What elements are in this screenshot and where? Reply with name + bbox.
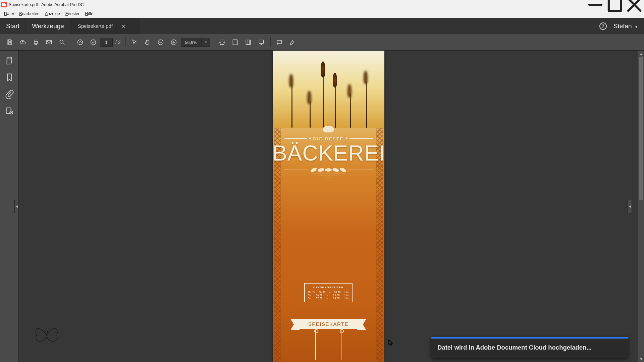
- svg-rect-5: [34, 42, 38, 44]
- menu-bar: Datei Bearbeiten Anzeige Fenster Hilfe: [0, 9, 644, 18]
- header-image: [273, 51, 384, 128]
- ribbon-banner: SPEISEKARTE: [273, 319, 384, 329]
- svg-rect-1: [609, 0, 621, 11]
- page-number-input[interactable]: [100, 38, 113, 47]
- fit-visible-icon[interactable]: [242, 36, 255, 49]
- app-icon: [1, 2, 7, 7]
- window-controls: [586, 0, 644, 9]
- page-down-icon[interactable]: [87, 36, 99, 49]
- fit-page-icon[interactable]: [229, 36, 241, 49]
- zoom-value[interactable]: 56,9%: [181, 38, 202, 47]
- read-mode-icon[interactable]: [255, 36, 268, 49]
- svg-rect-19: [259, 40, 263, 43]
- svg-rect-18: [246, 40, 250, 44]
- menu-window[interactable]: Fenster: [63, 11, 82, 17]
- scroll-down-icon[interactable]: ▼: [638, 356, 644, 362]
- tab-home[interactable]: Start: [0, 18, 26, 34]
- main-toolbar: / 2 56,9% ▼: [0, 34, 644, 51]
- page-count-label: / 2: [115, 40, 121, 45]
- svg-rect-22: [6, 108, 11, 113]
- document-title: BÄCKEREI: [273, 143, 384, 164]
- email-icon[interactable]: [43, 36, 55, 49]
- bookmark-icon[interactable]: [5, 73, 14, 82]
- underline-decoration: [273, 174, 384, 178]
- svg-rect-4: [8, 43, 11, 44]
- tab-bar: Start Werkzeuge Speisekarte.pdf × ? Stef…: [0, 18, 644, 34]
- upload-toast: Datei wird in Adobe Document Cloud hochg…: [431, 337, 628, 358]
- menu-view[interactable]: Anzeige: [42, 11, 63, 17]
- tab-document-label: Speisekarte.pdf: [78, 23, 113, 29]
- opening-hours-box: ÖFFNUNGSZEITEN Mo-Fr06:30-18:00Uhr Sa06:…: [304, 283, 353, 302]
- content-area: ◀ DIE BESTE: [0, 51, 644, 362]
- vertical-scrollbar[interactable]: ▲ ▼: [638, 51, 644, 362]
- hours-row: So07:00-14:00Uhr: [308, 297, 349, 299]
- document-heading: DIE BESTE BÄCKEREI: [273, 126, 384, 178]
- svg-point-10: [91, 40, 96, 45]
- toast-message: Datei wird in Adobe Document Cloud hochg…: [431, 339, 628, 358]
- collapse-nav-pane-icon[interactable]: ◀: [14, 200, 19, 213]
- menu-help[interactable]: Hilfe: [82, 11, 96, 17]
- chevron-down-icon: ▼: [635, 25, 638, 29]
- pdf-page: DIE BESTE BÄCKEREI ÖFFNUNGSZEITEN Mo-Fr0…: [273, 51, 384, 362]
- close-button[interactable]: [625, 0, 644, 9]
- user-menu[interactable]: Stefan ▼: [613, 22, 638, 30]
- highlight-icon[interactable]: [286, 36, 299, 49]
- selection-tool-icon[interactable]: [128, 36, 141, 49]
- wheat-decoration-icon: [310, 168, 346, 172]
- fit-width-icon[interactable]: [216, 36, 228, 49]
- page-up-icon[interactable]: [74, 36, 86, 49]
- hours-row: Sa06:30-16:00Uhr: [308, 294, 349, 296]
- attachment-icon[interactable]: [5, 89, 14, 99]
- user-name-label: Stefan: [613, 22, 632, 29]
- zoom-in-icon[interactable]: [168, 36, 180, 49]
- hand-tool-icon[interactable]: [142, 36, 154, 49]
- save-icon[interactable]: [3, 36, 16, 49]
- tab-document[interactable]: Speisekarte.pdf ×: [70, 18, 140, 34]
- scroll-up-icon[interactable]: ▲: [638, 51, 644, 57]
- signature-icon[interactable]: [5, 106, 14, 116]
- svg-point-9: [77, 40, 83, 45]
- scroll-track[interactable]: [638, 57, 644, 356]
- maximize-button[interactable]: [605, 0, 625, 9]
- print-icon[interactable]: [30, 36, 42, 49]
- menu-edit[interactable]: Bearbeiten: [16, 11, 42, 17]
- ribbon-label: SPEISEKARTE: [300, 319, 357, 329]
- tab-tools[interactable]: Werkzeuge: [26, 18, 70, 34]
- svg-line-8: [63, 43, 64, 45]
- mouse-cursor-icon: [388, 340, 393, 346]
- watermark-icon: [32, 320, 61, 349]
- window-titlebar: Speisekarte.pdf - Adobe Acrobat Pro DC: [0, 0, 644, 9]
- navigation-pane: ◀: [0, 51, 19, 362]
- cloud-upload-icon[interactable]: [16, 36, 29, 49]
- search-icon[interactable]: [56, 36, 68, 49]
- svg-point-7: [60, 40, 63, 43]
- tab-close-icon[interactable]: ×: [121, 23, 125, 29]
- ribbon-stems: [273, 330, 384, 360]
- scroll-thumb[interactable]: [639, 57, 643, 200]
- bread-icon: [323, 126, 334, 132]
- document-viewport[interactable]: DIE BESTE BÄCKEREI ÖFFNUNGSZEITEN Mo-Fr0…: [19, 51, 638, 362]
- thumbnails-icon[interactable]: [5, 56, 14, 65]
- comment-icon[interactable]: [273, 36, 286, 49]
- zoom-out-icon[interactable]: [155, 36, 167, 49]
- hours-title: ÖFFNUNGSZEITEN: [308, 286, 349, 289]
- hours-row: Mo-Fr06:30-18:00Uhr: [308, 291, 349, 293]
- zoom-dropdown-icon[interactable]: ▼: [202, 38, 210, 47]
- collapse-tools-pane-icon[interactable]: ◀: [628, 200, 632, 213]
- window-title: Speisekarte.pdf - Adobe Acrobat Pro DC: [9, 2, 84, 7]
- minimize-button[interactable]: [586, 0, 605, 9]
- menu-file[interactable]: Datei: [1, 11, 16, 17]
- help-icon[interactable]: ?: [599, 22, 607, 30]
